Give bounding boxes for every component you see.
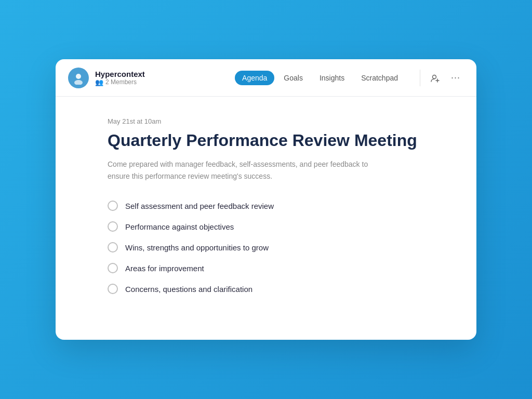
agenda-checkbox-1[interactable]	[108, 201, 118, 211]
ellipsis-icon: ···	[451, 72, 460, 83]
agenda-checkbox-2[interactable]	[108, 221, 118, 232]
svg-point-2	[433, 75, 436, 78]
nav-tabs: Agenda Goals Insights Scratchpad	[235, 71, 405, 85]
tab-insights[interactable]: Insights	[312, 71, 352, 85]
members-row: 👥 2 Members	[95, 78, 145, 86]
app-info: Hypercontext 👥 2 Members	[95, 70, 145, 86]
app-header: Hypercontext 👥 2 Members Agenda Goals In…	[56, 59, 476, 97]
agenda-item-3[interactable]: Wins, strengths and opportunities to gro…	[108, 242, 424, 252]
agenda-checkbox-5[interactable]	[108, 284, 118, 294]
agenda-list: Self assessment and peer feedback review…	[108, 201, 424, 294]
agenda-item-2[interactable]: Performance against objectives	[108, 221, 424, 232]
tab-agenda[interactable]: Agenda	[235, 71, 274, 85]
meeting-title: Quarterly Performance Review Meeting	[108, 130, 424, 150]
svg-point-0	[76, 74, 81, 79]
agenda-item-text-3: Wins, strengths and opportunities to gro…	[125, 243, 269, 252]
agenda-item-text-1: Self assessment and peer feedback review	[125, 202, 274, 210]
tab-goals[interactable]: Goals	[276, 71, 310, 85]
app-name: Hypercontext	[95, 70, 145, 78]
header-divider	[420, 70, 420, 86]
agenda-item-text-5: Concerns, questions and clarification	[125, 285, 252, 294]
agenda-item-1[interactable]: Self assessment and peer feedback review	[108, 201, 424, 211]
agenda-item-text-2: Performance against objectives	[125, 222, 234, 231]
add-member-button[interactable]	[427, 70, 443, 86]
more-options-button[interactable]: ···	[447, 70, 464, 86]
main-content: May 21st at 10am Quarterly Performance R…	[56, 97, 476, 320]
agenda-item-text-4: Areas for improvement	[125, 264, 204, 273]
members-label: 2 Members	[105, 78, 137, 86]
header-actions: ···	[427, 70, 464, 86]
svg-point-1	[74, 80, 83, 85]
tab-scratchpad[interactable]: Scratchpad	[354, 71, 405, 85]
meeting-date: May 21st at 10am	[108, 117, 424, 125]
agenda-checkbox-3[interactable]	[108, 242, 118, 252]
members-icon: 👥	[95, 78, 103, 86]
agenda-item-5[interactable]: Concerns, questions and clarification	[108, 284, 424, 294]
main-card: Hypercontext 👥 2 Members Agenda Goals In…	[56, 59, 476, 340]
header-left: Hypercontext 👥 2 Members	[68, 68, 145, 88]
agenda-checkbox-4[interactable]	[108, 263, 118, 273]
meeting-description: Come prepared with manager feedback, sel…	[108, 158, 378, 182]
avatar	[68, 68, 89, 88]
agenda-item-4[interactable]: Areas for improvement	[108, 263, 424, 273]
